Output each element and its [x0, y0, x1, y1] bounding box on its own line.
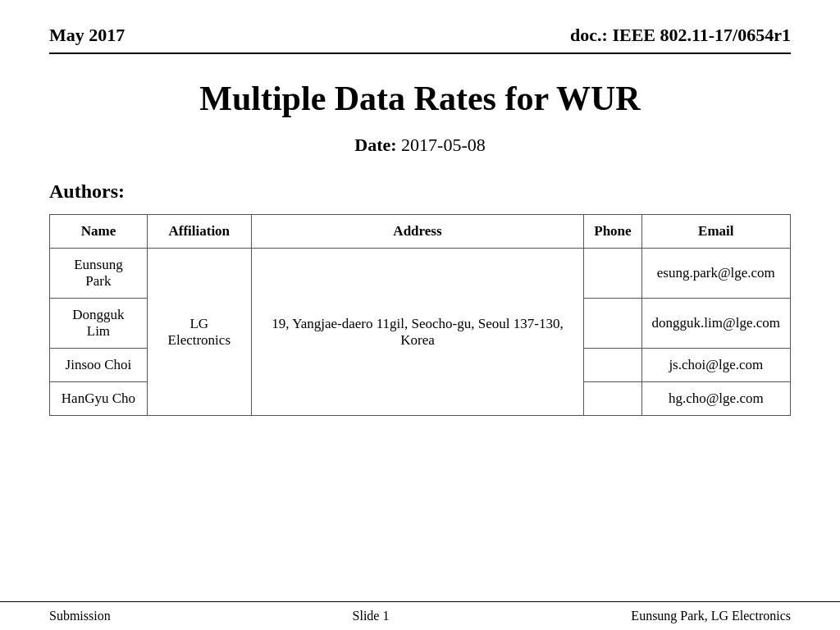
- col-header-name: Name: [50, 215, 148, 249]
- date-label: Date:: [354, 135, 396, 155]
- col-header-affiliation: Affiliation: [147, 215, 251, 249]
- table-header-row: Name Affiliation Address Phone Email: [50, 215, 791, 249]
- cell-phone-0: [584, 249, 641, 299]
- cell-affiliation-merged: LG Electronics: [147, 249, 251, 416]
- authors-label: Authors:: [49, 180, 791, 203]
- slide: May 2017 doc.: IEEE 802.11-17/0654r1 Mul…: [0, 0, 840, 630]
- footer-left: Submission: [49, 609, 111, 623]
- slide-title: Multiple Data Rates for WUR: [49, 79, 791, 118]
- cell-phone-1: [584, 299, 641, 349]
- header-date: May 2017: [49, 25, 125, 46]
- cell-email-3: hg.cho@lge.com: [641, 382, 790, 416]
- cell-email-2: js.choi@lge.com: [641, 349, 790, 382]
- footer-center: Slide 1: [353, 609, 390, 623]
- cell-name-3: HanGyu Cho: [50, 382, 148, 416]
- cell-name-1: Dongguk Lim: [50, 299, 148, 349]
- cell-phone-2: [584, 349, 641, 382]
- col-header-address: Address: [251, 215, 584, 249]
- col-header-phone: Phone: [584, 215, 641, 249]
- footer-right: Eunsung Park, LG Electronics: [631, 609, 791, 623]
- date-value: 2017-05-08: [401, 135, 486, 155]
- date-line: Date: 2017-05-08: [49, 135, 791, 156]
- slide-header: May 2017 doc.: IEEE 802.11-17/0654r1: [49, 25, 791, 54]
- authors-table: Name Affiliation Address Phone Email Eun…: [49, 214, 791, 416]
- cell-email-1: dongguk.lim@lge.com: [641, 299, 790, 349]
- slide-footer: Submission Slide 1 Eunsung Park, LG Elec…: [0, 601, 840, 630]
- header-doc: doc.: IEEE 802.11-17/0654r1: [570, 25, 791, 46]
- col-header-email: Email: [641, 215, 790, 249]
- cell-phone-3: [584, 382, 641, 416]
- cell-address-merged: 19, Yangjae-daero 11gil, Seocho-gu, Seou…: [251, 249, 584, 416]
- table-row: Eunsung Park LG Electronics 19, Yangjae-…: [50, 249, 791, 299]
- cell-name-2: Jinsoo Choi: [50, 349, 148, 382]
- cell-name-0: Eunsung Park: [50, 249, 148, 299]
- cell-email-0: esung.park@lge.com: [641, 249, 790, 299]
